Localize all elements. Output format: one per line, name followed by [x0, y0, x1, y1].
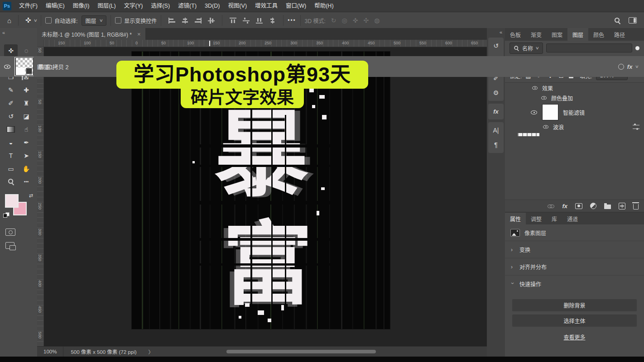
panel-tab-渐变[interactable]: 渐变: [526, 28, 547, 41]
align-right-icon[interactable]: [195, 18, 202, 24]
properties-tab-属性[interactable]: 属性: [505, 213, 526, 224]
eraser-tool[interactable]: ◪: [19, 110, 33, 122]
move-tool[interactable]: ✜: [4, 44, 18, 57]
align-vertical-centers-icon[interactable]: [208, 18, 215, 24]
distribute-bottom-icon[interactable]: [256, 18, 263, 24]
add-mask-icon[interactable]: [575, 203, 582, 209]
filter-blending-options-icon[interactable]: [633, 125, 639, 129]
zoom-tool[interactable]: [4, 176, 18, 188]
character-panel-icon[interactable]: A|: [493, 127, 499, 134]
smudge-tool[interactable]: ☝: [19, 123, 33, 135]
section-align-distribute[interactable]: › 对齐并分布: [505, 258, 644, 276]
properties-tab-库[interactable]: 库: [547, 213, 562, 224]
menu-item-4[interactable]: 文字(Y): [120, 0, 147, 12]
panel-tab-色板[interactable]: 色板: [505, 28, 526, 41]
tool-presets-panel-icon[interactable]: ⚙: [493, 89, 499, 96]
dodge-tool[interactable]: ◒: [4, 136, 18, 148]
search-type-dropdown[interactable]: 名称 ∨: [509, 43, 543, 54]
distribute-top-icon[interactable]: [230, 18, 236, 24]
hand-tool[interactable]: ✋: [19, 162, 33, 175]
eyedropper-tool[interactable]: ✎: [4, 84, 18, 96]
panel-tab-图层[interactable]: 图层: [567, 28, 588, 41]
gradient-tool[interactable]: [4, 123, 18, 135]
effects-row[interactable]: 效果: [505, 83, 644, 93]
remove-background-button[interactable]: 删除背景: [512, 299, 637, 311]
auto-select-checkbox[interactable]: [45, 17, 52, 24]
filter-mask-thumbnail[interactable]: [542, 104, 558, 120]
menu-item-6[interactable]: 滤镜(T): [174, 0, 201, 12]
new-group-icon[interactable]: [604, 205, 611, 209]
menu-item-9[interactable]: 增效工具: [251, 0, 282, 12]
properties-tab-通道[interactable]: 通道: [562, 213, 583, 224]
history-brush-tool[interactable]: ↺: [4, 110, 18, 122]
filter-toggle-icon[interactable]: [635, 46, 639, 50]
marquee-tool[interactable]: ◌: [19, 44, 33, 57]
pen-tool[interactable]: ✒: [19, 136, 33, 148]
layer-style-fx-icon[interactable]: fx: [562, 203, 567, 210]
menu-item-2[interactable]: 图像(I): [69, 0, 94, 12]
adjustment-layer-icon[interactable]: [590, 203, 596, 209]
brush-tool[interactable]: ✐: [4, 97, 18, 109]
panel-tab-路径[interactable]: 路径: [609, 28, 630, 41]
more-options-icon[interactable]: •••: [288, 17, 296, 24]
home-icon[interactable]: ⌂: [5, 17, 14, 24]
collapse-toolbar-icon[interactable]: «: [2, 30, 5, 35]
paragraph-panel-icon[interactable]: ¶: [494, 141, 498, 148]
properties-tab-调整[interactable]: 调整: [526, 213, 547, 224]
foreground-color-swatch[interactable]: [5, 194, 19, 208]
visibility-eye-icon[interactable]: [543, 124, 549, 130]
more-tools[interactable]: •••: [19, 176, 33, 188]
history-panel-icon[interactable]: ↺: [493, 42, 499, 49]
status-chevron-icon[interactable]: 〉: [149, 348, 154, 355]
canvas-workspace[interactable]: 暴 暴 富 富: [44, 47, 487, 346]
visibility-eye-icon[interactable]: [532, 85, 538, 91]
swap-colors-icon[interactable]: ⇄: [29, 193, 33, 199]
distribute-middle-icon[interactable]: [243, 18, 250, 24]
view-more-link[interactable]: 查看更多: [505, 333, 644, 341]
rectangle-tool[interactable]: ▭: [4, 162, 18, 175]
chevron-down-icon[interactable]: ∨: [33, 18, 37, 23]
document-tab[interactable]: 未标题-1 @ 100% (图层 1, RGB/8#) * ×: [37, 28, 145, 40]
menu-item-8[interactable]: 视图(V): [224, 0, 251, 12]
search-icon[interactable]: [615, 18, 620, 24]
workspace-switcher-icon[interactable]: [629, 17, 637, 24]
menu-item-5[interactable]: 选择(S): [147, 0, 174, 12]
new-layer-icon[interactable]: [619, 203, 625, 210]
color-overlay-row[interactable]: 颜色叠加: [505, 93, 644, 103]
layer-search-input[interactable]: [546, 43, 632, 52]
quick-mask-icon[interactable]: [5, 229, 15, 236]
section-transform[interactable]: › 变换: [505, 241, 644, 258]
menu-item-7[interactable]: 3D(D): [201, 0, 224, 12]
select-subject-button[interactable]: 选择主体: [512, 314, 637, 327]
auto-select-dropdown[interactable]: 图层 ∨: [82, 15, 107, 26]
horizontal-scrollbar[interactable]: [226, 350, 376, 353]
link-layers-icon[interactable]: [548, 205, 554, 208]
distribute-vertical-icon[interactable]: [269, 18, 276, 24]
screen-mode-icon[interactable]: [5, 242, 14, 249]
collapse-dock-icon[interactable]: «: [500, 29, 502, 35]
path-selection-tool[interactable]: ➤: [19, 149, 33, 162]
align-left-icon[interactable]: [168, 18, 175, 24]
panel-tab-颜色[interactable]: 颜色: [588, 28, 609, 41]
visibility-eye-icon[interactable]: [530, 109, 538, 116]
styles-panel-icon[interactable]: fx: [493, 108, 499, 115]
wave-filter-row[interactable]: 波浪: [505, 122, 644, 132]
type-tool[interactable]: T: [4, 149, 18, 162]
menu-item-11[interactable]: 帮助(H): [310, 0, 337, 12]
zoom-level[interactable]: 100%: [37, 347, 63, 357]
align-horizontal-centers-icon[interactable]: [182, 18, 188, 24]
stamp-tool[interactable]: ♜: [19, 97, 33, 109]
default-colors-icon[interactable]: [3, 212, 10, 218]
visibility-eye-icon[interactable]: [541, 95, 547, 101]
close-tab-icon[interactable]: ×: [137, 31, 141, 38]
smart-filters-row[interactable]: 智能滤镜: [505, 103, 644, 122]
menu-item-10[interactable]: 窗口(W): [282, 0, 310, 12]
menu-item-1[interactable]: 编辑(E): [42, 0, 69, 12]
healing-brush-tool[interactable]: ✚: [19, 84, 33, 96]
menu-item-0[interactable]: 文件(F): [15, 0, 42, 12]
menu-item-3[interactable]: 图层(L): [93, 0, 120, 12]
show-transform-checkbox[interactable]: [115, 17, 121, 24]
panel-tab-图案[interactable]: 图案: [547, 28, 567, 41]
section-quick-actions[interactable]: › 快速操作: [505, 276, 644, 292]
delete-layer-icon[interactable]: [633, 204, 639, 210]
